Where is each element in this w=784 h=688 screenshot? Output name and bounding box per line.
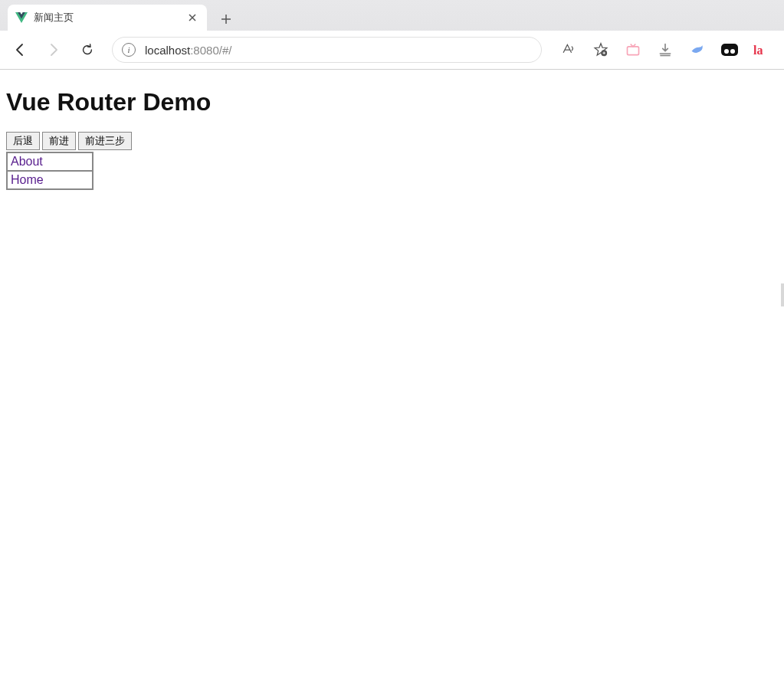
refresh-button[interactable] (72, 34, 103, 65)
nav-link-table: About Home (6, 152, 93, 190)
svg-rect-2 (721, 44, 738, 56)
new-tab-button[interactable] (215, 8, 238, 31)
back-button[interactable]: 后退 (6, 132, 40, 150)
back-nav-button[interactable] (5, 34, 35, 65)
page-heading: Vue Router Demo (6, 88, 778, 116)
forward-nav-button (38, 34, 69, 65)
about-link[interactable]: About (11, 155, 43, 168)
browser-tab[interactable]: 新闻主页 (8, 5, 207, 31)
close-tab-icon[interactable] (185, 11, 199, 24)
url-host: localhost (145, 44, 190, 57)
extension-eyes-icon[interactable] (718, 38, 741, 61)
table-row: About (7, 152, 93, 171)
vue-favicon-icon (15, 11, 28, 24)
read-aloud-icon[interactable] (557, 38, 580, 61)
svg-point-3 (724, 49, 729, 54)
tab-title: 新闻主页 (34, 11, 185, 25)
address-bar[interactable]: i localhost:8080/#/ (112, 37, 542, 63)
forward-button[interactable]: 前进 (42, 132, 76, 150)
extension-tv-icon[interactable] (622, 38, 645, 61)
url-rest: :8080/#/ (190, 44, 231, 57)
extension-la-icon[interactable]: la (750, 38, 773, 61)
home-link[interactable]: Home (11, 173, 44, 186)
favorites-icon[interactable] (589, 38, 612, 61)
browser-chrome: 新闻主页 i localhost:8080/#/ (0, 0, 784, 70)
svg-rect-1 (628, 47, 639, 55)
download-icon[interactable] (654, 38, 677, 61)
button-row: 后退 前进 前进三步 (6, 132, 778, 150)
browser-toolbar: i localhost:8080/#/ (0, 31, 784, 69)
site-info-icon[interactable]: i (122, 43, 136, 57)
url-text: localhost:8080/#/ (145, 44, 231, 57)
svg-text:la: la (753, 44, 763, 57)
tab-bar: 新闻主页 (0, 0, 784, 31)
forward-three-button[interactable]: 前进三步 (78, 132, 132, 150)
toolbar-extensions: la (551, 38, 779, 61)
svg-point-4 (730, 49, 735, 54)
page-content: Vue Router Demo 后退 前进 前进三步 About Home (0, 70, 784, 196)
extension-bird-icon[interactable] (686, 38, 709, 61)
table-row: Home (7, 171, 93, 189)
